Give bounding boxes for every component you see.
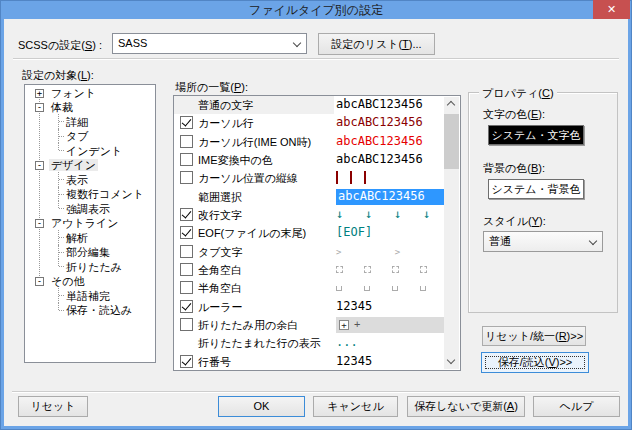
row-checkbox[interactable] [180, 116, 193, 129]
place-list[interactable]: 普通の文字abcABC123456カーソル行abcABC123456カーソル行(… [173, 95, 461, 371]
list-item[interactable]: 普通の文字abcABC123456 [174, 96, 460, 114]
help-button[interactable]: ヘルプ [533, 396, 620, 417]
plus-box-icon: + [339, 320, 349, 330]
tree-item[interactable]: -体裁 [25, 100, 155, 115]
scss-setting-label: SCSSの設定(S) : [18, 38, 102, 53]
dashed-square-icon [392, 266, 399, 273]
row-label: カーソル位置の縦線 [198, 171, 298, 186]
text-color-button[interactable]: システム・文字色 [488, 125, 584, 145]
bg-color-label: 背景の色(B): [483, 161, 545, 176]
property-groupbox: プロパティ(C) 文字の色(E): システム・文字色 背景の色(B): システム… [468, 92, 618, 313]
sample-text: 12345 [336, 354, 372, 368]
settings-list-button[interactable]: 設定のリスト(T)... [318, 33, 435, 55]
tree-connector-line [58, 172, 64, 187]
row-label: 普通の文字 [198, 98, 253, 113]
tree-item[interactable]: -デザイン [25, 158, 155, 173]
list-item[interactable]: 折りたたまれた行の表示... [174, 334, 460, 352]
top-separator [13, 58, 619, 60]
tree-item-label: デザイン [49, 159, 98, 171]
sample-text: [EOF] [336, 225, 372, 239]
tree-connector-line [58, 201, 64, 216]
row-checkbox[interactable] [180, 318, 193, 331]
list-item[interactable]: カーソル行(IME ON時)abcABC123456 [174, 133, 460, 151]
dashed-square-icon [336, 266, 343, 273]
row-checkbox[interactable] [180, 153, 193, 166]
tree-item-label: 強調表示 [64, 203, 112, 215]
list-item[interactable]: IME変換中の色abcABC123456 [174, 151, 460, 169]
tree-item[interactable]: 表示 [25, 172, 155, 187]
row-checkbox[interactable] [180, 300, 193, 313]
tree-item[interactable]: +フォント [25, 85, 155, 100]
reset-button[interactable]: リセット [18, 396, 88, 417]
row-checkbox[interactable] [180, 226, 193, 239]
row-checkbox[interactable] [180, 355, 193, 368]
row-checkbox[interactable] [180, 208, 193, 221]
scroll-down-button[interactable] [444, 354, 459, 369]
collapse-minus-icon[interactable]: - [35, 161, 44, 170]
dialog-title: ファイルタイプ別の設定 [0, 2, 632, 19]
collapse-minus-icon[interactable]: - [35, 219, 44, 228]
row-checkbox[interactable] [180, 245, 193, 258]
reset-unify-button[interactable]: リセット/統一(R)>> [482, 326, 586, 346]
style-combobox[interactable]: 普通 [483, 231, 603, 252]
tree-item[interactable]: 単語補完 [25, 288, 155, 303]
bg-color-button[interactable]: システム・背景色 [488, 179, 584, 199]
list-item[interactable]: EOF(ファイルの末尾)[EOF] [174, 224, 460, 242]
update-without-save-button[interactable]: 保存しないで更新(A) [407, 396, 525, 417]
tree-item[interactable]: 複数行コメント [25, 187, 155, 202]
list-item[interactable]: 行番号12345 [174, 353, 460, 371]
scroll-up-button[interactable] [444, 97, 459, 112]
collapse-minus-icon[interactable]: - [35, 103, 44, 112]
tree-connector-line [58, 143, 64, 158]
list-item[interactable]: ルーラー12345 [174, 298, 460, 316]
list-item[interactable]: 半角空白 [174, 279, 460, 297]
scss-setting-combobox[interactable]: SASS [112, 33, 307, 54]
tree-item[interactable]: 折りたたみ [25, 259, 155, 274]
list-item[interactable]: カーソル位置の縦線 [174, 169, 460, 187]
row-checkbox[interactable] [180, 135, 193, 148]
list-item[interactable]: カーソル行abcABC123456 [174, 114, 460, 132]
tree-item[interactable]: -その他 [25, 274, 155, 289]
close-button[interactable]: ✕ [593, 0, 630, 19]
dashed-square-icon [420, 266, 427, 273]
tree-item[interactable]: 詳細 [25, 114, 155, 129]
tree-item[interactable]: -アウトライン [25, 216, 155, 231]
row-label: タブ文字 [198, 245, 243, 260]
tree-item[interactable]: 強調表示 [25, 201, 155, 216]
collapse-minus-icon[interactable]: - [35, 277, 44, 286]
expand-plus-icon[interactable]: + [35, 89, 44, 98]
row-label: 全角空白 [198, 263, 242, 278]
list-item[interactable]: 範囲選択abcABC123456 [174, 188, 460, 206]
list-item[interactable]: 全角空白 [174, 261, 460, 279]
row-checkbox[interactable] [180, 263, 193, 276]
ok-button[interactable]: OK [218, 396, 305, 417]
half-space-icon [336, 286, 342, 291]
chevron-down-icon [293, 39, 301, 47]
row-label: ルーラー [198, 300, 243, 315]
row-label: EOF(ファイルの末尾) [198, 226, 306, 241]
row-checkbox[interactable] [180, 281, 193, 294]
sample-text: abcABC123456 [336, 134, 423, 148]
tree-item[interactable]: 保存・読込み [25, 303, 155, 318]
tree-item[interactable]: 部分編集 [25, 245, 155, 260]
tree-item[interactable]: インデント [25, 143, 155, 158]
cancel-button[interactable]: キャンセル [313, 396, 398, 417]
row-label: カーソル行(IME ON時) [198, 135, 311, 150]
scrollbar-thumb[interactable] [444, 114, 459, 169]
vertical-scrollbar[interactable] [444, 97, 459, 369]
save-load-button[interactable]: 保存/読込(V)>> [481, 352, 589, 373]
tree-item-label: 部分編集 [64, 246, 112, 258]
row-checkbox[interactable] [180, 171, 193, 184]
list-item[interactable]: 折りたたみ用の余白++ [174, 316, 460, 334]
sample-tab-marks: > > > > [336, 247, 461, 257]
row-label: 折りたたみ用の余白 [198, 318, 298, 333]
tree-item-label: 単語補完 [64, 290, 112, 302]
tree-item[interactable]: 解析 [25, 230, 155, 245]
tree-item[interactable]: タブ [25, 129, 155, 144]
list-item[interactable]: タブ文字> > > > [174, 243, 460, 261]
sample-text: abcABC123456 [336, 152, 423, 166]
row-label: カーソル行 [198, 116, 254, 131]
settings-tree[interactable]: +フォント-体裁詳細タブインデント-デザイン表示複数行コメント強調表示-アウトラ… [24, 84, 156, 363]
title-bar[interactable]: ファイルタイプ別の設定 ✕ [0, 0, 632, 19]
list-item[interactable]: 改行文字↓↓↓↓ [174, 206, 460, 224]
